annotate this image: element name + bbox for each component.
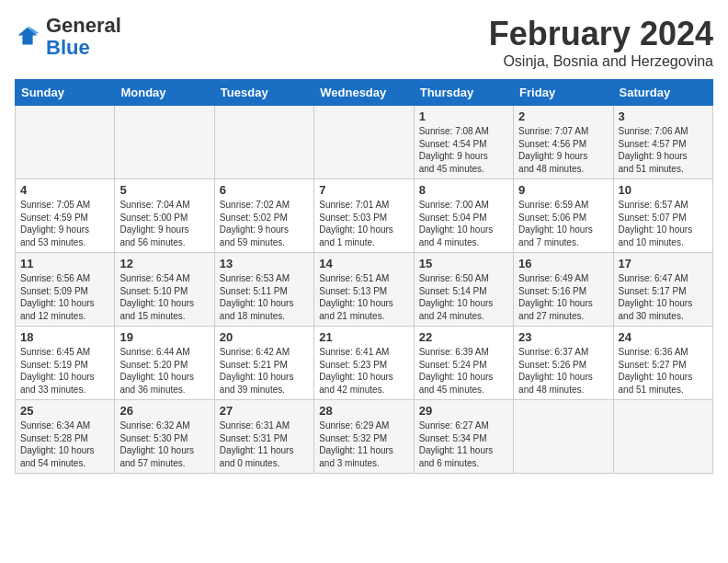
weekday-header-row: SundayMondayTuesdayWednesdayThursdayFrid… [16, 80, 713, 106]
calendar-cell [514, 400, 613, 474]
calendar-cell: 10Sunrise: 6:57 AM Sunset: 5:07 PM Dayli… [613, 179, 712, 253]
calendar-cell: 6Sunrise: 7:02 AM Sunset: 5:02 PM Daylig… [214, 179, 313, 253]
calendar-cell: 27Sunrise: 6:31 AM Sunset: 5:31 PM Dayli… [214, 400, 313, 474]
calendar-cell: 9Sunrise: 6:59 AM Sunset: 5:06 PM Daylig… [514, 179, 613, 253]
calendar-cell: 18Sunrise: 6:45 AM Sunset: 5:19 PM Dayli… [16, 327, 115, 400]
day-info: Sunrise: 6:47 AM Sunset: 5:17 PM Dayligh… [619, 272, 708, 322]
day-info: Sunrise: 7:04 AM Sunset: 5:00 PM Dayligh… [119, 199, 209, 248]
day-number: 12 [119, 257, 209, 270]
day-number: 19 [119, 330, 209, 344]
calendar-cell: 23Sunrise: 6:37 AM Sunset: 5:26 PM Dayli… [514, 327, 613, 400]
calendar-cell: 16Sunrise: 6:49 AM Sunset: 5:16 PM Dayli… [514, 253, 613, 327]
page-header: General Blue February 2024 Osinja, Bosni… [15, 15, 713, 70]
day-info: Sunrise: 6:57 AM Sunset: 5:07 PM Dayligh… [619, 199, 708, 248]
weekday-header-monday: Monday [115, 80, 214, 106]
day-number: 9 [518, 183, 608, 197]
calendar-cell: 25Sunrise: 6:34 AM Sunset: 5:28 PM Dayli… [16, 400, 115, 474]
day-info: Sunrise: 7:06 AM Sunset: 4:57 PM Dayligh… [619, 125, 708, 175]
day-number: 13 [220, 257, 309, 270]
weekday-header-thursday: Thursday [414, 80, 513, 106]
day-number: 24 [619, 330, 708, 344]
calendar-cell: 15Sunrise: 6:50 AM Sunset: 5:14 PM Dayli… [414, 253, 513, 327]
day-number: 2 [518, 109, 608, 123]
day-info: Sunrise: 6:42 AM Sunset: 5:21 PM Dayligh… [220, 346, 309, 396]
calendar-week-row: 4Sunrise: 7:05 AM Sunset: 4:59 PM Daylig… [16, 179, 713, 253]
calendar-cell: 12Sunrise: 6:54 AM Sunset: 5:10 PM Dayli… [115, 253, 214, 327]
day-info: Sunrise: 6:39 AM Sunset: 5:24 PM Dayligh… [419, 346, 508, 396]
day-info: Sunrise: 6:32 AM Sunset: 5:30 PM Dayligh… [119, 419, 209, 469]
calendar-cell: 5Sunrise: 7:04 AM Sunset: 5:00 PM Daylig… [115, 179, 214, 253]
calendar-cell: 22Sunrise: 6:39 AM Sunset: 5:24 PM Dayli… [414, 327, 513, 400]
calendar-cell: 19Sunrise: 6:44 AM Sunset: 5:20 PM Dayli… [115, 327, 214, 400]
day-number: 20 [220, 330, 309, 344]
calendar-cell: 20Sunrise: 6:42 AM Sunset: 5:21 PM Dayli… [214, 327, 313, 400]
calendar-cell: 8Sunrise: 7:00 AM Sunset: 5:04 PM Daylig… [414, 179, 513, 253]
calendar-week-row: 18Sunrise: 6:45 AM Sunset: 5:19 PM Dayli… [16, 327, 713, 400]
weekday-header-sunday: Sunday [16, 80, 115, 106]
calendar-cell: 3Sunrise: 7:06 AM Sunset: 4:57 PM Daylig… [613, 106, 712, 179]
day-info: Sunrise: 6:27 AM Sunset: 5:34 PM Dayligh… [419, 419, 508, 469]
calendar-cell [214, 106, 313, 179]
day-info: Sunrise: 6:45 AM Sunset: 5:19 PM Dayligh… [20, 346, 109, 396]
calendar-table: SundayMondayTuesdayWednesdayThursdayFrid… [15, 79, 713, 474]
day-info: Sunrise: 7:00 AM Sunset: 5:04 PM Dayligh… [419, 199, 508, 248]
day-number: 5 [119, 183, 209, 197]
day-number: 14 [319, 257, 408, 270]
day-info: Sunrise: 7:05 AM Sunset: 4:59 PM Dayligh… [20, 199, 109, 248]
calendar-cell [314, 106, 414, 179]
calendar-cell: 7Sunrise: 7:01 AM Sunset: 5:03 PM Daylig… [314, 179, 414, 253]
day-info: Sunrise: 6:49 AM Sunset: 5:16 PM Dayligh… [518, 272, 608, 322]
calendar-week-row: 1Sunrise: 7:08 AM Sunset: 4:54 PM Daylig… [16, 106, 713, 179]
day-number: 17 [619, 257, 708, 270]
title-block: February 2024 Osinja, Bosnia and Herzego… [489, 15, 713, 70]
day-info: Sunrise: 6:41 AM Sunset: 5:23 PM Dayligh… [319, 346, 408, 396]
day-number: 15 [419, 257, 508, 270]
day-number: 29 [419, 404, 508, 418]
day-info: Sunrise: 6:34 AM Sunset: 5:28 PM Dayligh… [20, 419, 109, 469]
svg-marker-0 [18, 28, 38, 45]
month-year-title: February 2024 [489, 15, 713, 53]
day-number: 18 [20, 330, 109, 344]
day-number: 21 [319, 330, 408, 344]
calendar-cell: 11Sunrise: 6:56 AM Sunset: 5:09 PM Dayli… [16, 253, 115, 327]
calendar-cell: 1Sunrise: 7:08 AM Sunset: 4:54 PM Daylig… [414, 106, 513, 179]
calendar-cell [115, 106, 214, 179]
day-info: Sunrise: 6:56 AM Sunset: 5:09 PM Dayligh… [20, 272, 109, 322]
calendar-cell: 14Sunrise: 6:51 AM Sunset: 5:13 PM Dayli… [314, 253, 414, 327]
day-info: Sunrise: 6:29 AM Sunset: 5:32 PM Dayligh… [319, 419, 408, 469]
day-info: Sunrise: 6:54 AM Sunset: 5:10 PM Dayligh… [119, 272, 209, 322]
day-number: 10 [619, 183, 708, 197]
location-subtitle: Osinja, Bosnia and Herzegovina [489, 53, 713, 70]
day-number: 11 [20, 257, 109, 270]
calendar-cell: 13Sunrise: 6:53 AM Sunset: 5:11 PM Dayli… [214, 253, 313, 327]
day-info: Sunrise: 6:51 AM Sunset: 5:13 PM Dayligh… [319, 272, 408, 322]
calendar-week-row: 25Sunrise: 6:34 AM Sunset: 5:28 PM Dayli… [16, 400, 713, 474]
calendar-cell: 26Sunrise: 6:32 AM Sunset: 5:30 PM Dayli… [115, 400, 214, 474]
day-number: 26 [119, 404, 209, 418]
weekday-header-friday: Friday [514, 80, 613, 106]
day-number: 25 [20, 404, 109, 418]
calendar-cell: 17Sunrise: 6:47 AM Sunset: 5:17 PM Dayli… [613, 253, 712, 327]
logo: General Blue [15, 15, 121, 59]
day-info: Sunrise: 6:36 AM Sunset: 5:27 PM Dayligh… [619, 346, 708, 396]
day-info: Sunrise: 7:08 AM Sunset: 4:54 PM Dayligh… [419, 125, 508, 175]
day-number: 23 [518, 330, 608, 344]
calendar-cell: 2Sunrise: 7:07 AM Sunset: 4:56 PM Daylig… [514, 106, 613, 179]
calendar-cell [613, 400, 712, 474]
day-number: 16 [518, 257, 608, 270]
day-number: 7 [319, 183, 408, 197]
weekday-header-tuesday: Tuesday [214, 80, 313, 106]
day-info: Sunrise: 7:01 AM Sunset: 5:03 PM Dayligh… [319, 199, 408, 248]
weekday-header-wednesday: Wednesday [314, 80, 414, 106]
calendar-cell [16, 106, 115, 179]
logo-bird-icon [15, 24, 40, 50]
calendar-cell: 24Sunrise: 6:36 AM Sunset: 5:27 PM Dayli… [613, 327, 712, 400]
day-info: Sunrise: 6:59 AM Sunset: 5:06 PM Dayligh… [518, 199, 608, 248]
calendar-cell: 28Sunrise: 6:29 AM Sunset: 5:32 PM Dayli… [314, 400, 414, 474]
day-info: Sunrise: 6:37 AM Sunset: 5:26 PM Dayligh… [518, 346, 608, 396]
day-info: Sunrise: 6:50 AM Sunset: 5:14 PM Dayligh… [419, 272, 508, 322]
calendar-cell: 21Sunrise: 6:41 AM Sunset: 5:23 PM Dayli… [314, 327, 414, 400]
day-info: Sunrise: 6:31 AM Sunset: 5:31 PM Dayligh… [220, 419, 309, 469]
logo-text: General Blue [46, 15, 121, 59]
day-info: Sunrise: 6:44 AM Sunset: 5:20 PM Dayligh… [119, 346, 209, 396]
